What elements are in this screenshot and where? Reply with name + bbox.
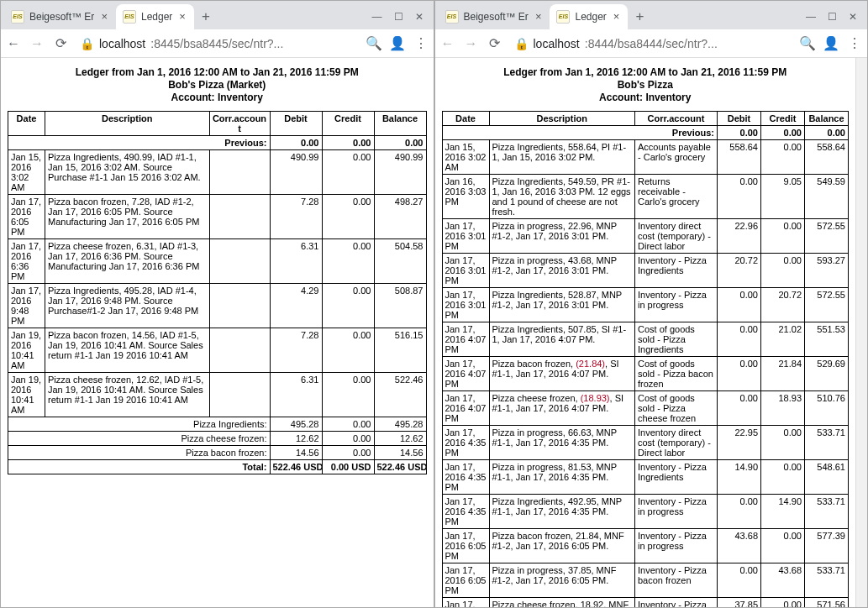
close-icon[interactable]: × <box>99 10 109 23</box>
favicon-icon: EIS <box>11 10 24 24</box>
total-row: Total:522.46 USD0.00 USD522.46 USD <box>8 460 427 474</box>
ledger-table: DateDescriptionCorr.accountDebitCreditBa… <box>8 111 427 474</box>
summary-row: Pizza bacon frozen:14.560.0014.56 <box>8 446 427 460</box>
ledger-header: Ledger from Jan 1, 2016 12:00 AM to Jan … <box>8 66 427 104</box>
table-row: Jan 17, 2016 4:07 PMPizza cheese frozen,… <box>442 391 849 426</box>
favicon-icon: EIS <box>445 10 459 24</box>
table-row: Jan 15, 2016 3:02 AMPizza Ingredients, 4… <box>8 150 427 195</box>
table-row: Jan 17, 2016 6:05 PMPizza bacon frozen, … <box>8 195 427 239</box>
menu-icon[interactable]: ⋮ <box>847 36 862 51</box>
tab-ledger[interactable]: EIS Ledger × <box>550 4 628 29</box>
url-host: localhost <box>534 37 580 50</box>
url-path: :8444/bsa8444/sec/ntr?... <box>585 37 718 50</box>
table-header-row: DateDescriptionCorr.accountDebitCreditBa… <box>8 112 427 136</box>
close-icon[interactable]: × <box>534 10 544 23</box>
url-input[interactable]: 🔒 localhost:8444/bsa8444/sec/ntr?... <box>511 37 792 50</box>
table-row: Jan 19, 2016 10:41 AMPizza bacon frozen,… <box>8 328 427 373</box>
browser-window-right: EIS Beigesoft™ Er × EIS Ledger × + — ☐ ✕… <box>434 0 869 608</box>
page-content: Ledger from Jan 1, 2016 12:00 AM to Jan … <box>1 58 434 607</box>
table-row: Jan 17, 2016 4:35 PMPizza in progress, 8… <box>442 460 849 495</box>
reload-icon[interactable]: ⟳ <box>487 36 502 51</box>
maximize-icon[interactable]: ☐ <box>394 11 403 23</box>
profile-icon[interactable]: 👤 <box>823 36 839 51</box>
table-row: Jan 17, 2016 6:05 PMPizza bacon frozen, … <box>442 529 849 563</box>
table-header-row: DateDescriptionCorr.accountDebitCreditBa… <box>442 112 849 126</box>
lock-icon: 🔒 <box>514 37 529 50</box>
ledger-table: DateDescriptionCorr.accountDebitCreditBa… <box>442 111 850 607</box>
minimize-icon[interactable]: — <box>806 11 816 23</box>
close-icon[interactable]: × <box>177 10 187 23</box>
table-row: Jan 17, 2016 4:07 PMPizza Ingredients, 5… <box>442 322 849 357</box>
table-row: Jan 19, 2016 10:41 AMPizza cheese frozen… <box>8 373 427 417</box>
lock-icon: 🔒 <box>80 37 94 50</box>
profile-icon[interactable]: 👤 <box>390 36 405 51</box>
back-icon[interactable]: ← <box>440 36 455 51</box>
table-row: Jan 17, 2016 3:01 PMPizza in progress, 4… <box>442 254 849 288</box>
favicon-icon: EIS <box>123 10 136 24</box>
minimize-icon[interactable]: — <box>372 11 382 23</box>
titlebar: EIS Beigesoft™ Er × EIS Ledger × + — ☐ ✕ <box>1 1 434 29</box>
tab-ledger[interactable]: EIS Ledger × <box>116 4 194 29</box>
url-host: localhost <box>99 37 145 50</box>
browser-window-left: EIS Beigesoft™ Er × EIS Ledger × + — ☐ ✕… <box>0 0 434 608</box>
new-tab-button[interactable]: + <box>628 5 651 29</box>
search-icon[interactable]: 🔍 <box>366 36 381 51</box>
page-content: Ledger from Jan 1, 2016 12:00 AM to Jan … <box>435 58 856 607</box>
titlebar: EIS Beigesoft™ Er × EIS Ledger × + — ☐ ✕ <box>435 1 868 29</box>
forward-icon[interactable]: → <box>29 36 45 51</box>
url-path: :8445/bsa8445/sec/ntr?... <box>150 37 283 50</box>
summary-row: Pizza cheese frozen:12.620.0012.62 <box>8 432 427 446</box>
ledger-header: Ledger from Jan 1, 2016 12:00 AM to Jan … <box>442 66 850 104</box>
table-row: Jan 17, 2016 3:01 PMPizza Ingredients, 5… <box>442 288 849 322</box>
reload-icon[interactable]: ⟳ <box>53 36 68 51</box>
url-input[interactable]: 🔒 localhost:8445/bsa8445/sec/ntr?... <box>76 37 358 50</box>
previous-row: Previous:0.000.000.00 <box>8 136 427 150</box>
previous-row: Previous:0.000.000.00 <box>442 126 849 140</box>
tab-beigesoft[interactable]: EIS Beigesoft™ Er × <box>439 4 550 29</box>
close-window-icon[interactable]: ✕ <box>849 11 857 23</box>
tab-title: Beigesoft™ Er <box>29 11 94 23</box>
search-icon[interactable]: 🔍 <box>800 36 815 51</box>
table-row: Jan 16, 2016 3:03 PMPizza Ingredients, 5… <box>442 175 849 219</box>
table-row: Jan 17, 2016 4:07 PMPizza bacon frozen, … <box>442 357 849 391</box>
table-row: Jan 17, 2016 4:35 PMPizza in progress, 6… <box>442 426 849 460</box>
vertical-scrollbar[interactable] <box>855 58 867 607</box>
table-row: Jan 17, 2016 4:35 PMPizza Ingredients, 4… <box>442 495 849 529</box>
address-bar: ← → ⟳ 🔒 localhost:8444/bsa8444/sec/ntr?.… <box>435 29 868 58</box>
address-bar: ← → ⟳ 🔒 localhost:8445/bsa8445/sec/ntr?.… <box>1 29 434 58</box>
table-row: Jan 15, 2016 3:02 AMPizza Ingredients, 5… <box>442 140 849 175</box>
favicon-icon: EIS <box>556 10 570 24</box>
table-row: Jan 17, 2016 6:36 PMPizza cheese frozen,… <box>442 598 849 608</box>
summary-row: Pizza Ingredients:495.280.00495.28 <box>8 417 427 432</box>
tab-beigesoft[interactable]: EIS Beigesoft™ Er × <box>4 4 116 29</box>
tab-title: Ledger <box>575 11 606 23</box>
close-window-icon[interactable]: ✕ <box>415 11 423 23</box>
menu-icon[interactable]: ⋮ <box>413 36 429 51</box>
table-row: Jan 17, 2016 9:48 PMPizza Ingredients, 4… <box>8 284 427 328</box>
table-row: Jan 17, 2016 6:36 PMPizza cheese frozen,… <box>8 239 427 284</box>
forward-icon[interactable]: → <box>464 36 479 51</box>
back-icon[interactable]: ← <box>6 36 21 51</box>
new-tab-button[interactable]: + <box>194 5 218 29</box>
table-row: Jan 17, 2016 3:01 PMPizza in progress, 2… <box>442 219 849 254</box>
maximize-icon[interactable]: ☐ <box>828 11 837 23</box>
tab-title: Ledger <box>141 11 172 23</box>
table-row: Jan 17, 2016 6:05 PMPizza in progress, 3… <box>442 563 849 598</box>
tab-title: Beigesoft™ Er <box>464 11 529 23</box>
close-icon[interactable]: × <box>612 10 622 23</box>
